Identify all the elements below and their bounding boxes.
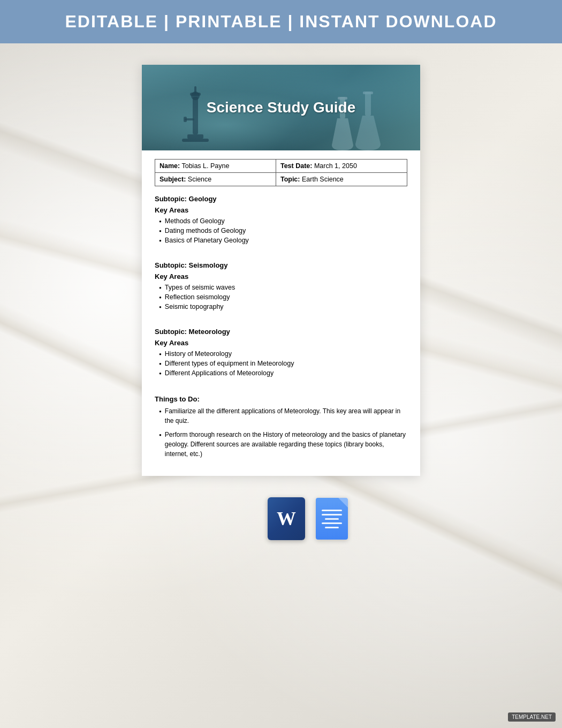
icons-row: W bbox=[214, 476, 348, 551]
seismology-bullet-list: Types of seismic waves Reflection seismo… bbox=[155, 284, 407, 310]
svg-rect-7 bbox=[184, 117, 187, 122]
docs-line-5 bbox=[325, 527, 339, 528]
subject-label: Subject: bbox=[160, 176, 186, 183]
doc-hero: Science Study Guide bbox=[142, 65, 420, 150]
svg-rect-11 bbox=[363, 92, 373, 94]
flask-right-icon bbox=[353, 92, 383, 150]
subject-value: Science bbox=[188, 176, 211, 183]
test-date-value: March 1, 2050 bbox=[314, 162, 357, 170]
svg-rect-0 bbox=[187, 134, 203, 139]
geology-key-areas-label: Key Areas bbox=[155, 206, 407, 214]
list-item: Types of seismic waves bbox=[159, 284, 407, 291]
name-value: Tobias L. Payne bbox=[181, 162, 229, 170]
meteorology-bullet-list: History of Meteorology Different types o… bbox=[155, 350, 407, 377]
docs-line-1 bbox=[322, 510, 342, 511]
template-badge: TEMPLATE.NET bbox=[508, 712, 556, 722]
things-to-do-label: Things to Do: bbox=[155, 395, 407, 403]
hero-title: Science Study Guide bbox=[207, 99, 356, 116]
test-date-label: Test Date: bbox=[280, 162, 313, 170]
list-item: Seismic topography bbox=[159, 303, 407, 310]
list-item: Dating methods of Geology bbox=[159, 227, 407, 234]
page-content: Science Study Guide Name: Tobias L. Payn… bbox=[0, 43, 562, 583]
list-item: History of Meteorology bbox=[159, 350, 407, 358]
svg-rect-2 bbox=[193, 97, 198, 134]
word-icon-bg: W bbox=[268, 497, 305, 540]
svg-rect-1 bbox=[182, 139, 209, 142]
list-item: Basics of Planetary Geology bbox=[159, 237, 407, 244]
seismology-key-areas-label: Key Areas bbox=[155, 272, 407, 280]
doc-body: Name: Tobias L. Payne Test Date: March 1… bbox=[142, 150, 420, 476]
docs-icon-bg bbox=[316, 498, 348, 540]
google-docs-icon[interactable] bbox=[316, 498, 348, 540]
docs-line-2 bbox=[322, 514, 342, 515]
geology-subtopic: Subtopic: Geology bbox=[155, 195, 407, 203]
word-icon[interactable]: W bbox=[268, 497, 305, 540]
list-item: Familiarize all the different applicatio… bbox=[159, 406, 407, 426]
svg-rect-5 bbox=[194, 86, 196, 94]
docs-line-4 bbox=[322, 522, 342, 524]
banner-text: EDITABLE | PRINTABLE | INSTANT DOWNLOAD bbox=[65, 12, 497, 31]
svg-rect-10 bbox=[365, 92, 371, 116]
topic-value: Earth Science bbox=[302, 176, 344, 183]
list-item: Reflection seismology bbox=[159, 293, 407, 301]
meteorology-key-areas-label: Key Areas bbox=[155, 339, 407, 347]
list-item: Different types of equipment in Meteorol… bbox=[159, 360, 407, 367]
topic-label: Topic: bbox=[280, 176, 300, 183]
list-item: Perform thorough research on the History… bbox=[159, 430, 407, 459]
meteorology-subtopic: Subtopic: Meteorology bbox=[155, 328, 407, 336]
things-to-do-list: Familiarize all the different applicatio… bbox=[155, 406, 407, 459]
docs-line-3 bbox=[325, 518, 339, 520]
name-label: Name: bbox=[160, 162, 180, 170]
seismology-subtopic: Subtopic: Seismology bbox=[155, 261, 407, 269]
microscope-icon bbox=[174, 86, 217, 150]
document-card: Science Study Guide Name: Tobias L. Payn… bbox=[142, 65, 420, 476]
info-table: Name: Tobias L. Payne Test Date: March 1… bbox=[155, 159, 407, 186]
list-item: Methods of Geology bbox=[159, 217, 407, 225]
header-banner: EDITABLE | PRINTABLE | INSTANT DOWNLOAD bbox=[0, 0, 562, 43]
word-letter: W bbox=[277, 507, 296, 530]
list-item: Different Applications of Meteorology bbox=[159, 369, 407, 377]
geology-bullet-list: Methods of Geology Dating methods of Geo… bbox=[155, 217, 407, 244]
